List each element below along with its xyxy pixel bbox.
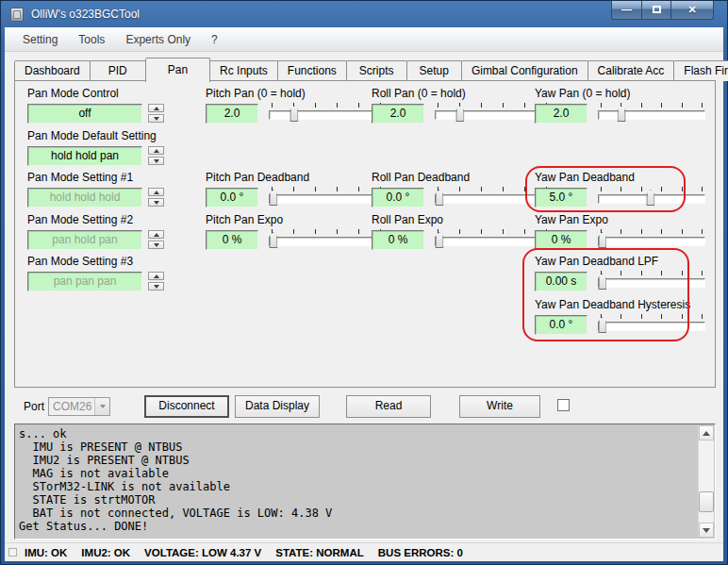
maximize-icon bbox=[653, 6, 661, 13]
menu-setting[interactable]: Setting bbox=[12, 29, 68, 50]
write-button[interactable]: Write bbox=[459, 395, 540, 418]
tab-pid[interactable]: PID bbox=[90, 60, 146, 81]
slider-thumb[interactable] bbox=[598, 232, 606, 248]
tab-dashboard[interactable]: Dashboard bbox=[14, 60, 91, 81]
roll-pan-deadband-slider[interactable] bbox=[435, 187, 550, 208]
yaw-pan-expo-label: Yaw Pan Expo bbox=[535, 213, 705, 227]
pan-mode-setting3-value[interactable]: pan pan pan bbox=[27, 272, 142, 291]
pan-mode-control-value[interactable]: off bbox=[27, 104, 142, 124]
menu-help[interactable]: ? bbox=[201, 29, 228, 50]
log-scrollbar[interactable] bbox=[698, 425, 714, 538]
pan-mode-setting2-value[interactable]: pan hold pan bbox=[27, 230, 142, 250]
roll-pan-expo-slider[interactable] bbox=[435, 229, 550, 250]
slider-thumb[interactable] bbox=[618, 106, 626, 122]
log-output[interactable]: s... ok IMU is PRESENT @ NTBUS IMU2 is P… bbox=[14, 424, 716, 540]
roll-pan-slider[interactable] bbox=[435, 103, 550, 124]
slider-thumb[interactable] bbox=[598, 274, 606, 290]
status-bus-errors: BUS ERRORS: 0 bbox=[378, 547, 463, 558]
slider-thumb[interactable] bbox=[455, 106, 464, 122]
dropdown-arrow-icon bbox=[94, 398, 109, 415]
pitch-pan-deadband-slider[interactable] bbox=[269, 187, 384, 208]
slider-channel bbox=[435, 194, 550, 204]
yaw-pan-deadband-hysteresis-value[interactable]: 0.0 ° bbox=[535, 315, 587, 335]
spinner-down-button[interactable] bbox=[148, 198, 164, 207]
down-arrow-icon bbox=[154, 285, 159, 289]
yaw-pan-expo-value[interactable]: 0 % bbox=[535, 230, 587, 250]
tab-rc-inputs[interactable]: Rc Inputs bbox=[209, 60, 278, 81]
yaw-pan-deadband-slider[interactable] bbox=[598, 187, 705, 208]
roll-pan-value[interactable]: 2.0 bbox=[372, 104, 424, 124]
yaw-pan-value[interactable]: 2.0 bbox=[535, 104, 587, 124]
spinner-up-button[interactable] bbox=[148, 104, 164, 112]
maximize-button[interactable] bbox=[642, 1, 671, 20]
roll-pan-expo-value[interactable]: 0 % bbox=[372, 230, 424, 250]
scroll-down-button[interactable] bbox=[699, 523, 714, 538]
group-pan-mode-control: Pan Mode Control off bbox=[27, 87, 164, 124]
slider-thumb[interactable] bbox=[435, 190, 443, 206]
spinner-up-button[interactable] bbox=[148, 230, 164, 239]
tab-strip: Dashboard PID Pan Rc Inputs Functions Sc… bbox=[14, 57, 728, 81]
spinner-up-button[interactable] bbox=[148, 146, 164, 155]
slider-thumb[interactable] bbox=[598, 317, 606, 333]
pitch-pan-slider[interactable] bbox=[269, 103, 384, 124]
yaw-pan-expo-slider[interactable] bbox=[598, 229, 705, 250]
pan-mode-setting1-spinner bbox=[148, 188, 164, 207]
log-line: BAT is not connected, VOLTAGE is LOW: 4.… bbox=[19, 507, 696, 520]
port-select[interactable]: COM26 bbox=[48, 397, 110, 416]
pan-mode-setting3-spinner bbox=[148, 272, 164, 291]
pitch-pan-expo-value[interactable]: 0 % bbox=[206, 230, 258, 250]
pitch-pan-expo-label: Pitch Pan Expo bbox=[206, 213, 384, 227]
yaw-pan-deadband-lpf-slider[interactable] bbox=[598, 271, 705, 291]
group-yaw-pan-deadband-hysteresis: Yaw Pan Deadband Hysteresis 0.0 ° bbox=[535, 298, 705, 335]
scroll-up-button[interactable] bbox=[699, 425, 714, 440]
spinner-down-button[interactable] bbox=[148, 282, 164, 291]
spinner-up-button[interactable] bbox=[148, 272, 164, 280]
slider-thumb[interactable] bbox=[269, 232, 277, 248]
spinner-down-button[interactable] bbox=[148, 114, 164, 123]
down-arrow-icon bbox=[703, 528, 710, 533]
pan-mode-setting1-value[interactable]: hold hold hold bbox=[27, 188, 142, 208]
menu-tools[interactable]: Tools bbox=[68, 29, 115, 50]
yaw-pan-deadband-value[interactable]: 5.0 ° bbox=[535, 188, 587, 208]
tab-flash-firmware[interactable]: Flash Firmware bbox=[673, 60, 728, 81]
slider-thumb[interactable] bbox=[290, 106, 298, 122]
tab-pan[interactable]: Pan bbox=[145, 58, 210, 82]
scrollbar-thumb[interactable] bbox=[699, 491, 714, 512]
yaw-pan-slider[interactable] bbox=[598, 103, 705, 124]
spinner-up-button[interactable] bbox=[148, 188, 164, 196]
slider-thumb[interactable] bbox=[435, 232, 443, 248]
pitch-pan-value[interactable]: 2.0 bbox=[206, 104, 258, 124]
port-select-value: COM26 bbox=[49, 398, 94, 415]
tab-functions[interactable]: Functions bbox=[277, 60, 347, 81]
spinner-down-button[interactable] bbox=[148, 241, 164, 249]
log-line: IMU is PRESENT @ NTBUS bbox=[19, 440, 696, 454]
slider-channel bbox=[269, 237, 384, 246]
tab-scripts[interactable]: Scripts bbox=[346, 60, 407, 81]
yaw-pan-deadband-hysteresis-slider[interactable] bbox=[598, 314, 705, 335]
yaw-pan-deadband-lpf-value[interactable]: 0.00 s bbox=[535, 272, 587, 291]
pitch-pan-deadband-value[interactable]: 0.0 ° bbox=[206, 188, 258, 208]
pan-mode-default-value[interactable]: hold hold pan bbox=[27, 146, 142, 166]
roll-pan-deadband-value[interactable]: 0.0 ° bbox=[372, 188, 424, 208]
tab-gimbal-configuration[interactable]: Gimbal Configuration bbox=[461, 60, 588, 81]
spinner-down-button[interactable] bbox=[148, 157, 164, 165]
group-roll-pan: Roll Pan (0 = hold) 2.0 bbox=[372, 87, 550, 124]
tab-calibrate-acc[interactable]: Calibrate Acc bbox=[587, 60, 675, 81]
close-button[interactable]: ✕ bbox=[671, 1, 714, 20]
status-checkbox[interactable] bbox=[8, 548, 17, 557]
write-option-checkbox[interactable] bbox=[557, 399, 570, 411]
minimize-button[interactable]: — bbox=[611, 1, 642, 20]
log-line: IMU2 is PRESENT @ NTBUS bbox=[19, 454, 696, 467]
roll-pan-deadband-label: Roll Pan Deadband bbox=[372, 171, 550, 185]
disconnect-button[interactable]: Disconnect bbox=[144, 395, 229, 418]
pitch-pan-expo-slider[interactable] bbox=[269, 229, 384, 250]
titlebar[interactable]: OlliW's o323BGCTool — ✕ bbox=[1, 1, 727, 27]
slider-thumb[interactable] bbox=[269, 190, 277, 206]
data-display-button[interactable]: Data Display bbox=[235, 395, 320, 418]
menu-experts-only[interactable]: Experts Only bbox=[115, 29, 201, 50]
window-title: OlliW's o323BGCTool bbox=[31, 8, 140, 21]
tab-setup[interactable]: Setup bbox=[406, 60, 462, 81]
slider-channel bbox=[598, 322, 705, 331]
slider-thumb[interactable] bbox=[646, 190, 654, 206]
read-button[interactable]: Read bbox=[346, 395, 431, 418]
